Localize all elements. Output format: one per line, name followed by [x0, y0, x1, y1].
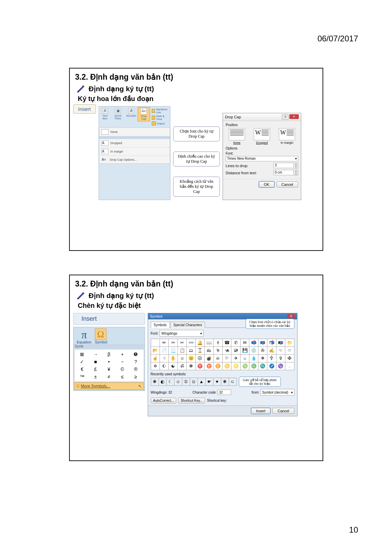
symbol-cell[interactable]: ♌: [231, 362, 240, 370]
symbol-cell[interactable]: ❺: [129, 351, 142, 358]
insert-button[interactable]: Insert: [251, 408, 271, 414]
symbol-cell[interactable]: ®: [129, 366, 142, 373]
symbol-cell[interactable]: ♍: [241, 362, 249, 370]
symbol-cell[interactable]: ♉: [205, 362, 213, 370]
symbol-cell[interactable]: ♊: [214, 362, 223, 370]
symbol-cell[interactable]: 💣: [205, 355, 213, 362]
recent-symbol-cell[interactable]: ☛: [206, 378, 213, 386]
drop-cap-button[interactable]: A≡Drop Cap: [138, 107, 150, 121]
recent-symbol-cell[interactable]: ⊙: [190, 378, 198, 386]
symbol-cell[interactable]: ♏: [259, 362, 267, 370]
symbol-cell[interactable]: ☼: [241, 355, 249, 362]
symbol-cell[interactable]: +: [116, 351, 129, 358]
symbol-cell[interactable]: 📄: [160, 347, 169, 355]
symbol-cell[interactable]: 📭: [276, 339, 285, 347]
recent-symbol-cell[interactable]: ⊂: [229, 378, 237, 386]
symbol-cell[interactable]: ☎: [223, 339, 231, 347]
font-select[interactable]: Wingdings▾: [160, 330, 204, 337]
symbol-cell[interactable]: ♋: [223, 362, 231, 370]
symbol-cell[interactable]: £: [89, 366, 102, 373]
symbol-cell[interactable]: ¥: [103, 366, 116, 373]
help-button[interactable]: ?: [282, 114, 289, 120]
symbol-cell[interactable]: ☪: [160, 362, 169, 370]
tab-special-chars[interactable]: Special Characters: [170, 322, 205, 328]
symbol-cell[interactable]: 💧: [249, 355, 258, 362]
symbol-cell[interactable]: ✆: [231, 339, 240, 347]
lines-spinner[interactable]: 3 ▴▾: [273, 163, 298, 169]
close-button[interactable]: ✕: [289, 114, 299, 119]
symbol-cell[interactable]: −: [116, 358, 129, 365]
recent-symbol-cell[interactable]: ◐: [159, 378, 167, 386]
character-code-input[interactable]: [218, 390, 231, 395]
distance-spinner[interactable]: 0 cm ▴▾: [273, 170, 298, 176]
wordart-button[interactable]: AWordArt: [126, 107, 137, 118]
symbol-cell[interactable]: ❄: [259, 355, 267, 362]
symbol-cell[interactable]: ⊠: [76, 351, 89, 358]
symbol-cell[interactable]: ⌛: [196, 347, 205, 355]
symbol-cell[interactable]: 🖳: [231, 347, 240, 355]
symbol-cell[interactable]: ☜: [276, 347, 285, 355]
symbol-cell[interactable]: →: [89, 351, 102, 358]
date-time-button[interactable]: Date & Time: [151, 114, 169, 121]
symbol-cell[interactable]: €: [76, 366, 89, 373]
dropcap-dropped[interactable]: A Dropped: [99, 139, 170, 147]
recent-symbols[interactable]: ❋◐☾☺①⊙▲☛♥❋⊂: [151, 378, 237, 386]
symbol-cell[interactable]: 📖: [205, 339, 213, 347]
insert-tab[interactable]: Insert: [73, 104, 96, 114]
quick-parts-button[interactable]: ▣Quick Parts: [111, 107, 125, 121]
recent-symbol-cell[interactable]: ❋: [221, 378, 229, 386]
tab-symbols[interactable]: Symbols: [151, 322, 170, 328]
symbol-cell[interactable]: ☠: [214, 355, 223, 362]
object-button[interactable]: Object: [151, 121, 169, 126]
symbol-cell[interactable]: ☺: [178, 355, 187, 362]
close-button[interactable]: ✕: [287, 314, 295, 318]
recent-symbol-cell[interactable]: ♥: [213, 378, 221, 386]
equation-button[interactable]: π Equation: [77, 329, 91, 344]
recent-symbol-cell[interactable]: ①: [182, 378, 190, 386]
symbol-cell[interactable]: ☸: [187, 362, 195, 370]
symbol-cell[interactable]: ✡: [151, 362, 160, 370]
insert-tab[interactable]: Insert: [73, 313, 145, 325]
symbol-cell[interactable]: 🔔: [196, 339, 205, 347]
symbol-cell[interactable]: ♑: [276, 362, 285, 370]
ok-button[interactable]: OK: [259, 181, 274, 187]
symbol-cell[interactable]: 📃: [169, 347, 178, 355]
symbol-cell[interactable]: ☯: [169, 362, 178, 370]
symbol-cell[interactable]: ॐ: [178, 362, 187, 370]
symbol-cell[interactable]: 📋: [178, 347, 187, 355]
position-inmargin[interactable]: W In margin: [276, 128, 298, 144]
symbol-cell[interactable]: ©: [116, 366, 129, 373]
symbol-cell[interactable]: 🕯: [214, 339, 223, 347]
symbol-cell[interactable]: ■: [89, 358, 102, 365]
symbol-cell[interactable]: 💾: [241, 347, 249, 355]
symbol-cell[interactable]: ™: [76, 373, 89, 380]
symbol-cell[interactable]: .: [285, 362, 294, 370]
text-box-button[interactable]: AText Box: [100, 107, 110, 121]
symbol-cell[interactable]: ✇: [259, 347, 267, 355]
symbol-cell[interactable]: ✓: [76, 358, 89, 365]
symbol-cell[interactable]: 📬: [267, 339, 276, 347]
symbol-cell[interactable]: 📂: [151, 347, 160, 355]
symbol-cell[interactable]: ≥: [129, 373, 142, 380]
symbol-cell[interactable]: 📪: [259, 339, 267, 347]
autocorrect-button[interactable]: AutoCorrect...: [151, 398, 177, 403]
symbol-cell[interactable]: ✍: [267, 347, 276, 355]
symbol-cell[interactable]: ✂: [178, 339, 187, 347]
recent-symbol-cell[interactable]: ☾: [167, 378, 174, 386]
symbol-cell[interactable]: ✏: [160, 339, 169, 347]
symbol-cell[interactable]: 😐: [187, 355, 195, 362]
cancel-button[interactable]: Cancel: [276, 181, 298, 187]
symbol-cell[interactable]: ✠: [285, 355, 294, 362]
symbol-cell[interactable]: ☝: [151, 355, 160, 362]
shortcut-key-button[interactable]: Shortcut Key...: [178, 398, 205, 403]
symbol-cell[interactable]: ♎: [249, 362, 258, 370]
recent-symbol-cell[interactable]: ❋: [151, 378, 159, 386]
symbol-cell[interactable]: [151, 339, 160, 347]
recent-symbol-cell[interactable]: ▲: [198, 378, 206, 386]
symbol-cell[interactable]: ⚐: [223, 355, 231, 362]
position-dropped[interactable]: W Dropped: [251, 128, 273, 144]
symbol-cell[interactable]: ✞: [276, 355, 285, 362]
recent-symbol-cell[interactable]: ☺: [174, 378, 182, 386]
symbol-cell[interactable]: 📁: [285, 339, 294, 347]
symbol-cell[interactable]: 🖮: [205, 347, 213, 355]
